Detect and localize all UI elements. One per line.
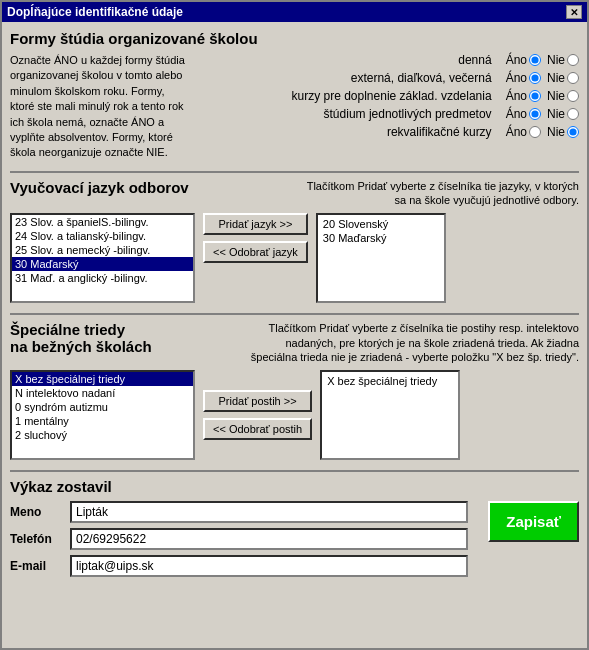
forms-description: Označte ÁNO u každej formy štúdia organi… xyxy=(10,53,190,161)
special-right-list: X bez špeciálnej triedy xyxy=(320,370,460,460)
lang-item-0[interactable]: 23 Slov. a španielS.-bilingv. xyxy=(12,215,193,229)
form-ano-3[interactable] xyxy=(529,108,541,120)
forms-heading: Formy štúdia organizované školou xyxy=(10,30,579,47)
form-ano-2[interactable] xyxy=(529,90,541,102)
save-button[interactable]: Zapisať xyxy=(488,501,579,542)
form-nie-4[interactable] xyxy=(567,126,579,138)
special-item-3[interactable]: 1 mentálny xyxy=(12,414,193,428)
report-section: Výkaz zostavil Meno Telefón E-mail xyxy=(10,478,579,582)
field-meno[interactable] xyxy=(70,501,468,523)
form-row-3: štúdium jednotlivých predmetov Áno Nie xyxy=(198,107,579,121)
special-right-item-0: X bez špeciálnej triedy xyxy=(324,374,456,388)
form-radio-2: Áno Nie xyxy=(498,89,579,103)
form-row-4: rekvalifikačné kurzy Áno Nie xyxy=(198,125,579,139)
special-left: X bez špeciálnej triedy N intelektovo na… xyxy=(10,370,195,460)
divider-2 xyxy=(10,313,579,315)
language-left-list[interactable]: 23 Slov. a španielS.-bilingv. 24 Slov. a… xyxy=(10,213,195,303)
form-row-2: kurzy pre doplnenie základ. vzdelania Án… xyxy=(198,89,579,103)
form-nie-1[interactable] xyxy=(567,72,579,84)
special-heading: Špeciálne triedy na bežných školách xyxy=(10,321,170,355)
form-ano-4[interactable] xyxy=(529,126,541,138)
nie-label-2: Nie xyxy=(547,89,565,103)
language-right-list: 20 Slovenský 30 Maďarský xyxy=(316,213,446,303)
report-fields: Meno Telefón E-mail xyxy=(10,501,468,582)
nie-label-0: Nie xyxy=(547,53,565,67)
forms-section: Formy štúdia organizované školou Označte… xyxy=(10,30,579,161)
special-section: Špeciálne triedy na bežných školách Tlač… xyxy=(10,321,579,460)
special-left-list[interactable]: X bez špeciálnej triedy N intelektovo na… xyxy=(10,370,195,460)
field-label-1: Telefón xyxy=(10,532,70,546)
nie-label-4: Nie xyxy=(547,125,565,139)
form-label-1: externá, diaľková, večerná xyxy=(351,71,492,85)
form-nie-2[interactable] xyxy=(567,90,579,102)
field-row-2: E-mail xyxy=(10,555,468,577)
special-item-0[interactable]: X bez špeciálnej triedy xyxy=(12,372,193,386)
form-ano-0[interactable] xyxy=(529,54,541,66)
field-telefon[interactable] xyxy=(70,528,468,550)
form-row-1: externá, diaľková, večerná Áno Nie xyxy=(198,71,579,85)
ano-label-0: Áno xyxy=(506,53,527,67)
ano-label-2: Áno xyxy=(506,89,527,103)
remove-special-button[interactable]: << Odobrať postih xyxy=(203,418,312,440)
language-heading: Vyučovací jazyk odborov xyxy=(10,179,210,196)
title-bar: Dopĺňajúce identifikačné údaje ✕ xyxy=(2,2,587,22)
nie-label-3: Nie xyxy=(547,107,565,121)
lang-item-4[interactable]: 31 Maď. a anglický -bilingv. xyxy=(12,271,193,285)
lang-item-3[interactable]: 30 Maďarský xyxy=(12,257,193,271)
ano-label-1: Áno xyxy=(506,71,527,85)
language-section: Vyučovací jazyk odborov Tlačítkom Pridať… xyxy=(10,179,579,304)
divider-1 xyxy=(10,171,579,173)
language-left: 23 Slov. a španielS.-bilingv. 24 Slov. a… xyxy=(10,213,195,303)
special-item-4[interactable]: 2 sluchový xyxy=(12,428,193,442)
field-email[interactable] xyxy=(70,555,468,577)
form-label-3: štúdium jednotlivých predmetov xyxy=(324,107,492,121)
form-radio-4: Áno Nie xyxy=(498,125,579,139)
form-radio-3: Áno Nie xyxy=(498,107,579,121)
form-nie-3[interactable] xyxy=(567,108,579,120)
forms-radio-group: denná Áno Nie externá, diaľková, večerná… xyxy=(198,53,579,161)
lang-item-2[interactable]: 25 Slov. a nemecký -bilingv. xyxy=(12,243,193,257)
special-item-1[interactable]: N intelektovo nadaní xyxy=(12,386,193,400)
form-radio-0: Áno Nie xyxy=(498,53,579,67)
form-row-0: denná Áno Nie xyxy=(198,53,579,67)
form-radio-1: Áno Nie xyxy=(498,71,579,85)
field-label-0: Meno xyxy=(10,505,70,519)
add-special-button[interactable]: Pridať postih >> xyxy=(203,390,312,412)
field-row-1: Telefón xyxy=(10,528,468,550)
report-heading: Výkaz zostavil xyxy=(10,478,579,495)
remove-language-button[interactable]: << Odobrať jazyk xyxy=(203,241,308,263)
field-row-0: Meno xyxy=(10,501,468,523)
main-window: Dopĺňajúce identifikačné údaje ✕ Formy š… xyxy=(0,0,589,650)
lang-right-item-1: 30 Maďarský xyxy=(320,231,442,245)
divider-3 xyxy=(10,470,579,472)
lang-right-item-0: 20 Slovenský xyxy=(320,217,442,231)
add-language-button[interactable]: Pridať jazyk >> xyxy=(203,213,308,235)
close-button[interactable]: ✕ xyxy=(566,5,582,19)
form-nie-0[interactable] xyxy=(567,54,579,66)
special-item-2[interactable]: 0 syndróm autizmu xyxy=(12,400,193,414)
form-label-4: rekvalifikačné kurzy xyxy=(387,125,492,139)
form-ano-1[interactable] xyxy=(529,72,541,84)
special-buttons: Pridať postih >> << Odobrať postih xyxy=(203,370,312,460)
ano-label-3: Áno xyxy=(506,107,527,121)
field-label-2: E-mail xyxy=(10,559,70,573)
language-buttons: Pridať jazyk >> << Odobrať jazyk xyxy=(203,213,308,263)
ano-label-4: Áno xyxy=(506,125,527,139)
form-label-0: denná xyxy=(458,53,491,67)
form-label-2: kurzy pre doplnenie základ. vzdelania xyxy=(292,89,492,103)
language-hint: Tlačítkom Pridať vyberte z číselníka tie… xyxy=(218,179,579,208)
nie-label-1: Nie xyxy=(547,71,565,85)
lang-item-1[interactable]: 24 Slov. a talianský-bilingv. xyxy=(12,229,193,243)
window-title: Dopĺňajúce identifikačné údaje xyxy=(7,5,183,19)
report-row: Meno Telefón E-mail Zapisať xyxy=(10,501,579,582)
special-hint: Tlačítkom Pridať vyberte z číselníka tie… xyxy=(178,321,579,364)
